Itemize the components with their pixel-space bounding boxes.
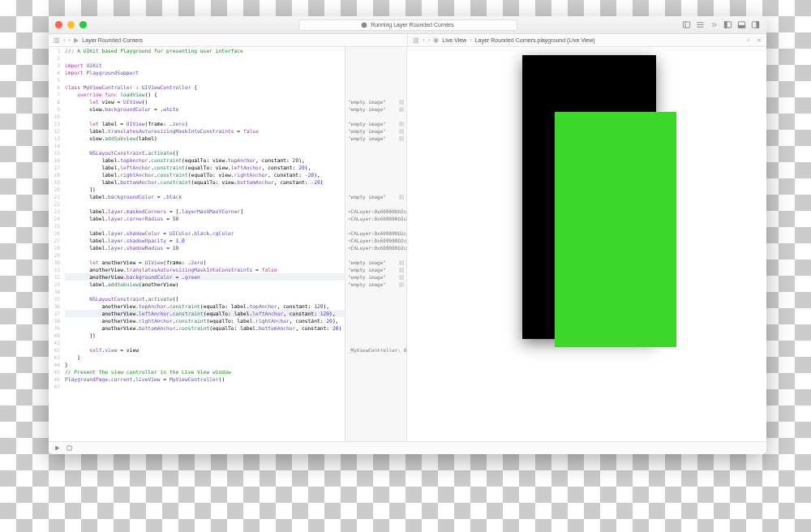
xcode-window: Running Layer Rounded Corners ▥ ‹ › ▶ La… [49, 16, 766, 454]
result-text[interactable]: <CALayer:0x608000D2ca… [348, 208, 412, 215]
result-text[interactable]: "empty image" [348, 127, 386, 135]
status-bar[interactable]: Running Layer Rounded Corners [298, 19, 517, 31]
add-icon[interactable]: + [747, 37, 750, 43]
nav-back-icon[interactable]: ‹ [63, 36, 66, 44]
svg-marker-9 [55, 446, 59, 451]
nav-back-icon[interactable]: ‹ [423, 36, 425, 44]
result-text[interactable]: "empty image" [348, 281, 386, 288]
status-text: Running Layer Rounded Corners [371, 22, 454, 28]
run-icon [361, 22, 367, 28]
quicklook-icon[interactable] [399, 122, 404, 127]
live-view-icon: ◉ [433, 36, 439, 44]
debug-bar [49, 441, 766, 454]
related-items-icon[interactable]: ▥ [413, 36, 419, 44]
result-text[interactable]: <CALayer:0x608000D2ca… [348, 230, 412, 237]
preview-canvas [498, 55, 676, 347]
result-text[interactable]: <CALayer:0x608000D2ca… [348, 237, 412, 244]
code-area[interactable]: //: A UIKit based Playground for present… [63, 47, 345, 441]
nav-forward-icon[interactable]: › [69, 36, 71, 44]
result-text[interactable]: "empty image" [348, 259, 386, 266]
quicklook-icon[interactable] [399, 275, 404, 280]
result-text[interactable]: "empty image" [348, 98, 386, 105]
result-text[interactable]: <CALayer:0x608000D2ca… [348, 244, 412, 251]
quicklook-icon[interactable] [399, 100, 404, 105]
result-text[interactable]: "empty image" [348, 193, 386, 200]
svg-rect-6 [738, 25, 744, 28]
result-text[interactable]: <CALayer:0x608000D2ca… [348, 215, 412, 222]
result-text[interactable]: "empty image" [348, 266, 386, 273]
breadcrumb-row: ▥ ‹ › ▶ Layer Rounded Corners ▥ ‹ › ◉ Li… [49, 34, 766, 47]
quicklook-icon[interactable] [399, 282, 404, 287]
panel-bottom-toggle-icon[interactable] [737, 20, 746, 29]
svg-rect-8 [757, 22, 759, 28]
quicklook-icon[interactable] [399, 107, 404, 112]
traffic-lights [55, 21, 87, 28]
breadcrumb-playground[interactable]: Layer Rounded Corners.playground (Live V… [475, 37, 595, 43]
zoom-icon[interactable] [79, 21, 87, 28]
result-text[interactable]: "empty image" [348, 120, 386, 127]
minimize-icon[interactable] [67, 21, 75, 28]
close-icon[interactable] [55, 21, 62, 28]
quicklook-icon[interactable] [399, 268, 404, 272]
panel-left-icon[interactable] [682, 20, 691, 29]
panel-right-toggle-icon[interactable] [751, 20, 760, 29]
quicklook-icon[interactable] [399, 260, 404, 265]
editor-assistant-icon[interactable] [710, 20, 719, 29]
quicklook-icon[interactable] [399, 136, 404, 141]
chevron-right-icon: › [470, 36, 472, 44]
file-icon: ▶ [74, 36, 79, 44]
titlebar: Running Layer Rounded Corners [49, 16, 766, 34]
svg-rect-4 [724, 22, 727, 28]
results-sidebar[interactable]: "empty image""empty image" "empty image"… [345, 47, 406, 441]
close-pane-icon[interactable]: ✕ [757, 37, 762, 44]
result-text[interactable]: "empty image" [348, 105, 386, 113]
svg-point-0 [362, 22, 367, 28]
related-items-icon[interactable]: ▥ [54, 36, 60, 44]
quicklook-icon[interactable] [399, 129, 404, 134]
stop-icon[interactable] [66, 444, 73, 452]
result-text[interactable]: "empty image" [348, 273, 386, 281]
breadcrumb-live-view[interactable]: Live View [442, 37, 466, 43]
panel-left-toggle-icon[interactable] [723, 20, 732, 29]
svg-rect-1 [683, 22, 689, 28]
breadcrumb-text[interactable]: Layer Rounded Corners [82, 37, 143, 43]
play-icon[interactable] [54, 444, 61, 452]
preview-green-view [555, 112, 676, 347]
nav-forward-icon[interactable]: › [428, 36, 431, 44]
live-view-pane [407, 47, 766, 441]
code-editor[interactable]: 1234567891011121314151617181920212223242… [49, 47, 407, 441]
result-text[interactable]: "empty image" [348, 135, 386, 142]
svg-rect-10 [67, 446, 71, 450]
quicklook-icon[interactable] [399, 195, 404, 200]
line-gutter: 1234567891011121314151617181920212223242… [49, 47, 63, 441]
editor-options-icon[interactable] [696, 20, 705, 29]
right-breadcrumb[interactable]: ▥ ‹ › ◉ Live View › Layer Rounded Corner… [408, 34, 766, 46]
left-breadcrumb[interactable]: ▥ ‹ › ▶ Layer Rounded Corners [49, 34, 408, 46]
